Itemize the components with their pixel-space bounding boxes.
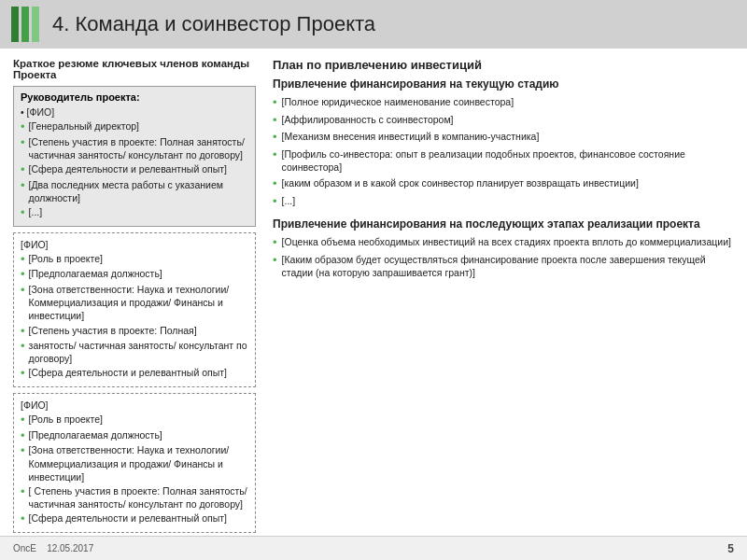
list-item: •[Степень участия в проекте: Полная] xyxy=(21,324,248,339)
footer-once-label: OncE xyxy=(13,543,36,553)
list-item-text: [Роль в проекте] xyxy=(29,252,103,265)
list-item: •[Сфера деятельности и релевантный опыт] xyxy=(21,366,248,381)
list-item: [ФИО] xyxy=(21,399,248,412)
invest-item: • [каким образом и в какой срок соинвест… xyxy=(273,176,734,191)
invest-item: • [Профиль со-инвестора: опыт в реализац… xyxy=(273,147,734,174)
bullet: • xyxy=(21,252,25,267)
team-section-leader: Руководитель проекта: • [ФИО] •[Генераль… xyxy=(13,86,256,227)
list-item: •[Сфера деятельности и релевантный опыт] xyxy=(21,162,248,177)
bullet: • xyxy=(21,267,25,282)
invest-section-heading-2: Привлечение финансирования на последующи… xyxy=(273,217,734,231)
invest-item-text: [Полное юридическое наименование соинвес… xyxy=(282,95,734,108)
list-item: •[Роль в проекте] xyxy=(21,413,248,427)
invest-item-text: [Аффилированность с соинвестором] xyxy=(282,113,734,126)
list-item: •[Генеральный директор] xyxy=(21,119,248,134)
invest-item: • [Каким образом будет осуществляться фи… xyxy=(273,253,734,279)
footer-date-once: OncE 12.05.2017 xyxy=(13,543,93,553)
list-item-text: [ФИО] xyxy=(21,238,49,251)
bullet: • xyxy=(21,428,25,443)
team-section-3: [ФИО] •[Роль в проекте] •[Предполагаемая… xyxy=(13,393,256,533)
list-item-text: [Сфера деятельности и релевантный опыт] xyxy=(29,366,227,379)
list-item-text: [Сфера деятельности и релевантный опыт] xyxy=(29,162,227,175)
invest-item: • [Аффилированность с соинвестором] xyxy=(273,113,734,128)
list-item-text: [ Степень участия в проекте: Полная заня… xyxy=(29,484,248,511)
bullet: • xyxy=(273,113,277,128)
bullet: • xyxy=(21,283,25,298)
bullet: • xyxy=(21,324,25,339)
list-item: •[Роль в проекте] xyxy=(21,252,248,267)
list-item-text: [Степень участия в проекте: Полная] xyxy=(29,324,197,337)
list-item-text: [Предполагаемая должность] xyxy=(29,428,162,441)
bullet: • xyxy=(273,235,277,250)
right-column-title: План по привлечению инвестиций xyxy=(273,58,734,72)
bullet: • xyxy=(21,413,25,427)
list-item-text: [...] xyxy=(29,205,43,218)
bullet: • xyxy=(21,339,25,354)
page-number: 5 xyxy=(727,542,734,555)
bullet: • xyxy=(21,484,25,499)
list-item-text: • [ФИО] xyxy=(21,105,54,119)
list-item: •[Предполагаемая должность] xyxy=(21,267,248,282)
accent-bar-3 xyxy=(32,7,39,42)
invest-item-text: [Каким образом будет осуществляться фина… xyxy=(282,253,734,279)
bullet: • xyxy=(273,176,277,191)
footer-date: 12.05.2017 xyxy=(47,543,93,553)
list-item: •занятость/ частичная занятость/ консуль… xyxy=(21,339,248,365)
invest-item: • [...] xyxy=(273,194,734,209)
list-item: •[ Степень участия в проекте: Полная зан… xyxy=(21,484,248,511)
invest-item: • [Полное юридическое наименование соинв… xyxy=(273,95,734,110)
list-item-text: [Зона ответственности: Наука и технологи… xyxy=(29,443,248,483)
invest-item-text: [каким образом и в какой срок соинвестор… xyxy=(282,176,734,189)
team-section-2: [ФИО] •[Роль в проекте] •[Предполагаемая… xyxy=(13,232,256,387)
invest-item: • [Механизм внесения инвестиций в компан… xyxy=(273,130,734,145)
list-item: •[Два последних места работы с указанием… xyxy=(21,178,248,204)
bullet: • xyxy=(273,194,277,209)
bullet: • xyxy=(273,130,277,145)
list-item: •[Зона ответственности: Наука и технолог… xyxy=(21,443,248,483)
list-item-text: занятость/ частичная занятость/ консульт… xyxy=(29,339,248,365)
left-column: Краткое резюме ключевых членов команды П… xyxy=(13,58,256,530)
right-column: План по привлечению инвестиций Привлечен… xyxy=(273,58,734,530)
page-footer: OncE 12.05.2017 5 xyxy=(0,536,747,560)
invest-item-text: [Профиль со-инвестора: опыт в реализации… xyxy=(282,147,734,174)
left-column-title: Краткое резюме ключевых членов команды П… xyxy=(13,58,256,80)
bullet: • xyxy=(21,178,25,193)
list-item-text: [Предполагаемая должность] xyxy=(29,267,162,280)
bullet: • xyxy=(273,253,277,268)
accent-bars xyxy=(11,7,39,42)
bullet: • xyxy=(273,147,277,162)
list-item: •[...] xyxy=(21,205,248,220)
accent-bar-1 xyxy=(11,7,19,42)
list-item: •[Зона ответственности: Наука и технолог… xyxy=(21,283,248,323)
invest-section-heading-1: Привлечение финансирования на текущую ст… xyxy=(273,77,734,91)
page-header: 4. Команда и соинвестор Проекта xyxy=(0,0,747,49)
bullet: • xyxy=(21,205,25,220)
main-content: Краткое резюме ключевых членов команды П… xyxy=(0,49,747,536)
bullet: • xyxy=(21,135,25,150)
list-item: •[Предполагаемая должность] xyxy=(21,428,248,443)
list-item: [ФИО] xyxy=(21,238,248,251)
list-item-text: [Сфера деятельности и релевантный опыт] xyxy=(29,511,227,525)
invest-item-text: [Оценка объема необходимых инвестиций на… xyxy=(282,235,734,248)
section-leader-label: Руководитель проекта: xyxy=(21,91,248,103)
list-item-text: [Роль в проекте] xyxy=(29,413,103,426)
list-item-text: [Генеральный директор] xyxy=(29,119,139,133)
list-item: •[Степень участия в проекте: Полная заня… xyxy=(21,135,248,161)
bullet: • xyxy=(21,119,25,134)
invest-item: • [Оценка объема необходимых инвестиций … xyxy=(273,235,734,250)
list-item-text: [Два последних места работы с указанием … xyxy=(29,178,248,204)
invest-item-text: [...] xyxy=(282,194,734,207)
list-item-text: [Степень участия в проекте: Полная занят… xyxy=(29,135,248,161)
list-item-text: [Зона ответственности: Наука и технологи… xyxy=(29,283,248,323)
page-title: 4. Команда и соинвестор Проекта xyxy=(52,12,375,36)
bullet: • xyxy=(273,95,277,110)
bullet: • xyxy=(21,366,25,381)
list-item: • [ФИО] xyxy=(21,105,248,119)
bullet: • xyxy=(21,162,25,177)
list-item: •[Сфера деятельности и релевантный опыт] xyxy=(21,511,248,526)
bullet: • xyxy=(21,443,25,458)
bullet: • xyxy=(21,511,25,526)
accent-bar-2 xyxy=(21,7,29,42)
list-item-text: [ФИО] xyxy=(21,399,49,412)
invest-item-text: [Механизм внесения инвестиций в компанию… xyxy=(282,130,734,143)
